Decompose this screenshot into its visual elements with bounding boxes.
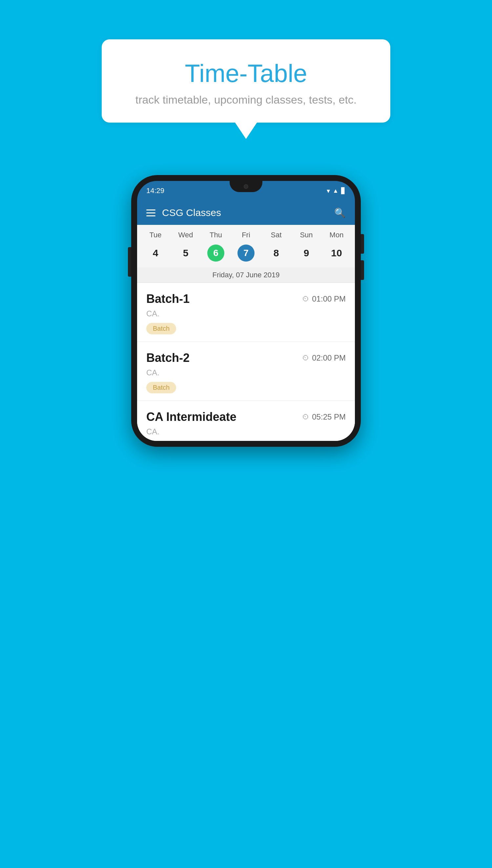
app-header: CSG Classes 🔍 <box>137 201 355 225</box>
schedule-name-batch1: Batch-1 <box>146 292 190 306</box>
date-6[interactable]: 6 <box>201 244 231 262</box>
schedule-name-batch2: Batch-2 <box>146 351 190 365</box>
batch-tag-batch1: Batch <box>146 323 176 334</box>
phone-notch <box>229 181 263 192</box>
schedule-time-batch1: ⏲ 01:00 PM <box>302 294 346 304</box>
bubble-subtitle: track timetable, upcoming classes, tests… <box>128 94 364 106</box>
phone-outer: 14:29 ▾ ▲ ▊ <box>131 175 361 447</box>
schedule-time-batch2: ⏲ 02:00 PM <box>302 353 346 363</box>
day-numbers-row: 4 5 6 7 8 9 10 <box>137 242 355 267</box>
volume-down-button <box>361 260 364 280</box>
date-9[interactable]: 9 <box>291 247 321 259</box>
speech-bubble-tail <box>234 121 258 139</box>
app-title: CSG Classes <box>162 207 221 218</box>
signal-icon: ▲ <box>333 187 339 194</box>
schedule-subject-ca: CA. <box>146 427 346 436</box>
date-7-circle: 7 <box>238 244 254 262</box>
day-sun: Sun <box>291 231 321 239</box>
speech-bubble-wrapper: Time-Table track timetable, upcoming cla… <box>102 40 390 123</box>
phone-camera <box>244 184 248 189</box>
day-thu: Thu <box>201 231 231 239</box>
date-7[interactable]: 7 <box>231 244 261 262</box>
page-wrapper: Time-Table track timetable, upcoming cla… <box>0 0 492 868</box>
day-tue: Tue <box>140 231 171 239</box>
clock-icon-batch2: ⏲ <box>302 354 309 362</box>
status-icons: ▾ ▲ ▊ <box>327 187 346 195</box>
speech-bubble: Time-Table track timetable, upcoming cla… <box>102 40 390 123</box>
hamburger-line-2 <box>146 212 155 213</box>
date-10[interactable]: 10 <box>321 247 352 259</box>
date-6-circle: 6 <box>207 244 224 262</box>
day-fri: Fri <box>231 231 261 239</box>
selected-date-label: Friday, 07 June 2019 <box>137 267 355 283</box>
volume-up-button <box>361 234 364 254</box>
schedule-item-batch2[interactable]: Batch-2 ⏲ 02:00 PM CA. Batch <box>137 342 355 401</box>
clock-icon-ca: ⏲ <box>302 413 309 421</box>
clock-icon-batch1: ⏲ <box>302 295 309 303</box>
phone-screen: CSG Classes 🔍 Tue Wed Thu Fri Sat Sun Mo… <box>137 201 355 441</box>
schedule-subject-batch1: CA. <box>146 309 346 318</box>
schedule-item-batch1[interactable]: Batch-1 ⏲ 01:00 PM CA. Batch <box>137 283 355 342</box>
schedule-item-top-batch1: Batch-1 ⏲ 01:00 PM <box>146 292 346 306</box>
battery-icon: ▊ <box>341 187 346 194</box>
schedule-item-top-ca: CA Intermideate ⏲ 05:25 PM <box>146 410 346 424</box>
batch-tag-batch2: Batch <box>146 382 176 393</box>
day-headers-row: Tue Wed Thu Fri Sat Sun Mon <box>137 225 355 242</box>
hamburger-line-3 <box>146 215 155 216</box>
day-sat: Sat <box>261 231 291 239</box>
day-mon: Mon <box>321 231 352 239</box>
date-4[interactable]: 4 <box>140 247 171 259</box>
day-wed: Wed <box>171 231 201 239</box>
phone-status-bar: 14:29 ▾ ▲ ▊ <box>137 181 355 201</box>
status-time: 14:29 <box>146 186 164 195</box>
wifi-icon: ▾ <box>327 187 330 195</box>
hamburger-line-1 <box>146 209 155 210</box>
date-8[interactable]: 8 <box>261 247 291 259</box>
date-5[interactable]: 5 <box>171 247 201 259</box>
phone-mockup: 14:29 ▾ ▲ ▊ <box>131 175 361 447</box>
schedule-item-top-batch2: Batch-2 ⏲ 02:00 PM <box>146 351 346 365</box>
search-icon[interactable]: 🔍 <box>334 208 346 218</box>
schedule-name-ca: CA Intermideate <box>146 410 237 424</box>
schedule-subject-batch2: CA. <box>146 368 346 377</box>
schedule-item-ca-inter[interactable]: CA Intermideate ⏲ 05:25 PM CA. <box>137 401 355 441</box>
power-button <box>128 247 131 277</box>
schedule-time-ca: ⏲ 05:25 PM <box>302 412 346 422</box>
schedule-list: Batch-1 ⏲ 01:00 PM CA. Batch Batch-2 <box>137 283 355 441</box>
hamburger-menu-button[interactable] <box>146 209 155 216</box>
calendar-section: Tue Wed Thu Fri Sat Sun Mon 4 5 6 <box>137 225 355 283</box>
bubble-title: Time-Table <box>128 59 364 87</box>
header-left: CSG Classes <box>146 207 221 218</box>
